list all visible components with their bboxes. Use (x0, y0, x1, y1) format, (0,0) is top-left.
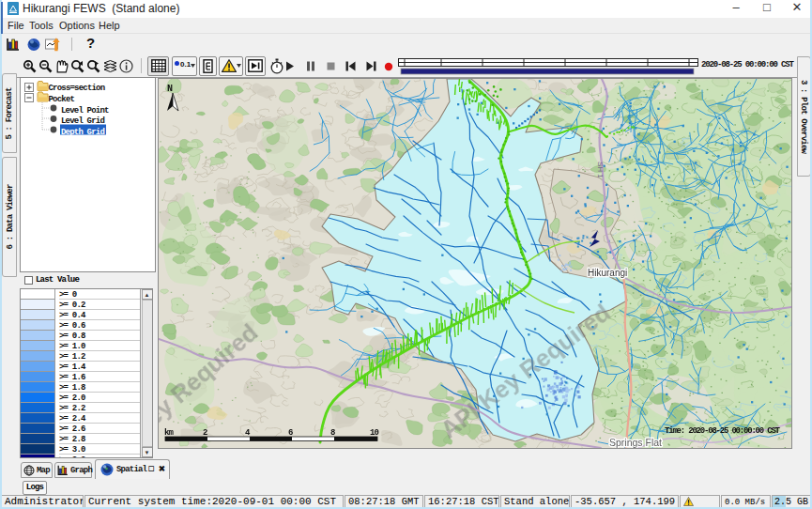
svg-text:Pocket: Pocket (49, 95, 75, 104)
svg-text:Level Grid: Level Grid (61, 116, 104, 126)
svg-text:6: 6 (288, 428, 293, 438)
svg-text:Springs Flat: Springs Flat (609, 437, 662, 448)
svg-text:Hikurangi: Hikurangi (588, 268, 627, 278)
svg-text:10: 10 (370, 428, 378, 438)
svg-text:Cross=section: Cross=section (49, 84, 105, 93)
svg-text:8: 8 (330, 428, 335, 438)
svg-text:Time: 2020-08-25 00:00:00 CST: Time: 2020-08-25 00:00:00 CST (665, 426, 781, 436)
svg-text:2: 2 (203, 428, 207, 438)
svg-text:Depth Grid: Depth Grid (61, 128, 104, 137)
svg-text:N: N (167, 84, 173, 94)
svg-text:Level Point: Level Point (61, 106, 109, 116)
svg-text:SH 1: SH 1 (596, 162, 605, 178)
